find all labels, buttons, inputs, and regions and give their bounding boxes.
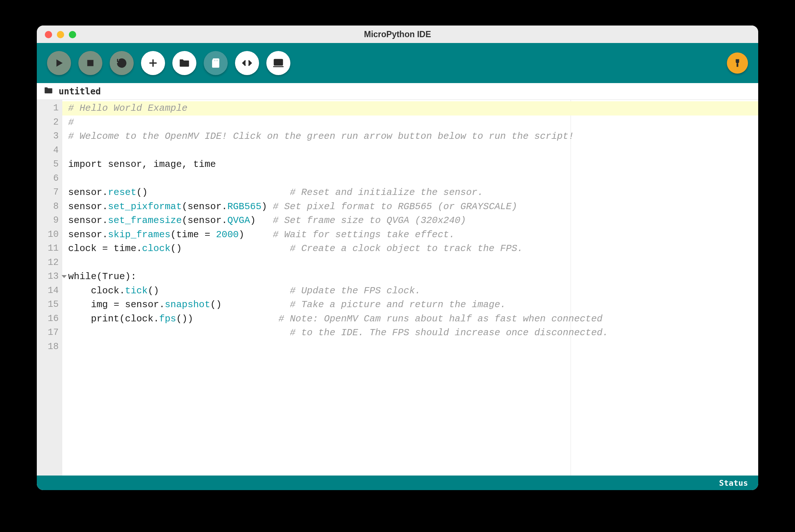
code-line[interactable]: print(clock.fps()) # Note: OpenMV Cam ru… [62,312,758,326]
line-number: 15 [37,298,62,312]
line-number: 11 [37,242,62,256]
folder-icon [178,57,191,69]
titlebar: MicroPython IDE [37,26,758,43]
code-line[interactable]: import sensor, image, time [62,157,758,172]
open-file-button[interactable] [172,51,196,75]
inspect-button[interactable] [266,51,290,75]
line-number: 17 [37,326,62,340]
traffic-lights [45,31,76,38]
line-number: 7 [37,185,62,200]
line-number: 8 [37,200,62,214]
code-line[interactable] [62,172,758,186]
svg-rect-0 [87,60,94,66]
app-window: MicroPython IDE [37,26,758,490]
toolbar [37,43,758,83]
line-number: 9 [37,214,62,228]
new-file-button[interactable] [141,51,165,75]
line-number: 2 [37,116,62,130]
line-number: 16 [37,312,62,326]
window-minimize-button[interactable] [57,31,64,38]
svg-point-5 [277,61,279,63]
laptop-search-icon [272,57,285,69]
connect-button[interactable] [727,52,748,74]
stop-button[interactable] [78,51,102,75]
line-number: 4 [37,144,62,158]
stop-icon [84,57,97,69]
svg-rect-3 [217,59,218,62]
code-line[interactable] [62,340,758,354]
code-line[interactable] [62,256,758,270]
line-number: 14 [37,284,62,298]
code-line[interactable]: img = sensor.snapshot() # Take a picture… [62,298,758,312]
code-line[interactable]: # Welcome to the OpenMV IDE! Click on th… [62,129,758,144]
svg-rect-2 [216,59,216,62]
reset-icon [115,57,128,69]
window-close-button[interactable] [45,31,52,38]
code-line[interactable]: # to the IDE. The FPS should increase on… [62,326,758,340]
reset-button[interactable] [110,51,134,75]
code-icon [241,57,253,69]
code-line[interactable]: clock = time.clock() # Create a clock ob… [62,242,758,256]
usb-plug-icon [732,58,743,68]
window-title: MicroPython IDE [364,30,431,39]
code-line[interactable]: # [62,116,758,130]
tabbar: untitled [37,83,758,100]
code-area[interactable]: # Hello World Example## Welcome to the O… [62,100,758,476]
line-number: 3 [37,129,62,144]
tab-label[interactable]: untitled [59,86,101,97]
line-number: 18 [37,340,62,354]
code-line[interactable]: sensor.set_framesize(sensor.QVGA) # Set … [62,214,758,228]
line-number: 6 [37,172,62,186]
status-label[interactable]: Status [719,478,748,488]
line-number: 1 [37,101,62,116]
code-line[interactable]: sensor.set_pixformat(sensor.RGB565) # Se… [62,200,758,214]
code-line[interactable] [62,144,758,158]
line-number: 10 [37,228,62,242]
run-button[interactable] [47,51,71,75]
line-number: 5 [37,157,62,172]
editor[interactable]: 123456789101112131415161718 # Hello Worl… [37,100,758,476]
play-icon [53,57,65,69]
serial-monitor-button[interactable] [235,51,259,75]
save-button[interactable] [204,51,228,75]
line-number: 13 [37,270,62,284]
sd-card-icon [209,57,222,69]
window-maximize-button[interactable] [69,31,76,38]
svg-rect-1 [214,59,215,62]
statusbar: Status [37,476,758,490]
gutter: 123456789101112131415161718 [37,100,62,476]
tab-folder-icon [43,85,54,97]
code-line[interactable]: # Hello World Example [62,101,758,116]
code-line[interactable]: sensor.reset() # Reset and initialize th… [62,185,758,200]
plus-icon [147,57,159,69]
code-line[interactable]: while(True): [62,270,758,284]
code-line[interactable]: sensor.skip_frames(time = 2000) # Wait f… [62,228,758,242]
svg-rect-6 [737,63,739,67]
line-number: 12 [37,256,62,270]
code-line[interactable]: clock.tick() # Update the FPS clock. [62,284,758,298]
